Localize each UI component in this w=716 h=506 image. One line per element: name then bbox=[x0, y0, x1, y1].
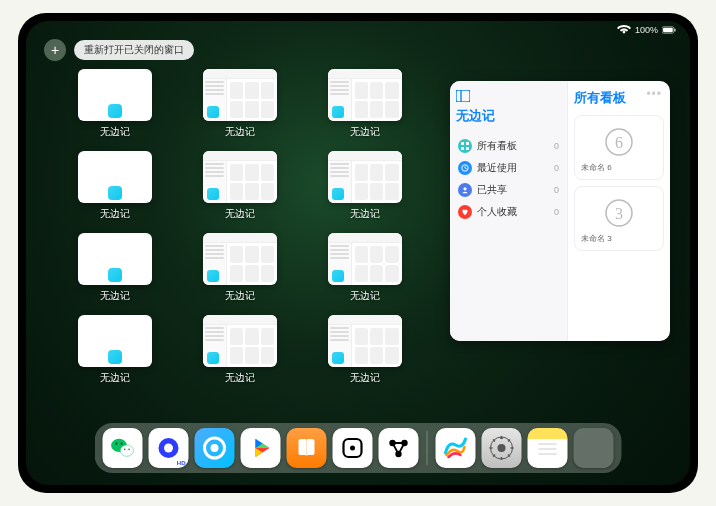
wifi-icon bbox=[617, 25, 631, 35]
window-label: 无边记 bbox=[100, 289, 130, 303]
svg-rect-7 bbox=[461, 147, 464, 150]
top-controls: + 重新打开已关闭的窗口 bbox=[44, 39, 194, 61]
window-thumbnail[interactable]: 无边记 bbox=[185, 315, 296, 385]
svg-point-19 bbox=[124, 448, 126, 450]
play-icon[interactable] bbox=[241, 428, 281, 468]
svg-point-22 bbox=[164, 444, 173, 453]
filter-item[interactable]: 最近使用0 bbox=[456, 157, 561, 179]
filter-count: 0 bbox=[554, 163, 559, 173]
svg-point-24 bbox=[211, 444, 219, 452]
board-card[interactable]: 3未命名 3 bbox=[574, 186, 664, 251]
svg-point-16 bbox=[120, 445, 133, 456]
filter-item[interactable]: 个人收藏0 bbox=[456, 201, 561, 223]
status-bar: 100% bbox=[617, 25, 676, 35]
notes-icon[interactable] bbox=[528, 428, 568, 468]
window-preview[interactable] bbox=[203, 315, 277, 367]
svg-rect-8 bbox=[466, 147, 469, 150]
window-thumbnail[interactable]: 无边记 bbox=[60, 315, 171, 385]
window-preview[interactable] bbox=[203, 151, 277, 203]
svg-point-20 bbox=[128, 448, 130, 450]
svg-text:3: 3 bbox=[615, 205, 623, 222]
window-preview[interactable] bbox=[78, 315, 152, 367]
window-preview[interactable] bbox=[203, 233, 277, 285]
window-thumbnail[interactable]: 无边记 bbox=[309, 151, 420, 221]
window-thumbnail[interactable]: 无边记 bbox=[309, 69, 420, 139]
content-pane: 所有看板 6未命名 63未命名 3 bbox=[568, 81, 670, 341]
window-thumbnail[interactable]: 无边记 bbox=[185, 69, 296, 139]
filter-count: 0 bbox=[554, 207, 559, 217]
filter-count: 0 bbox=[554, 141, 559, 151]
board-card[interactable]: 6未命名 6 bbox=[574, 115, 664, 180]
clock-icon bbox=[458, 161, 472, 175]
board-thumbnail: 3 bbox=[599, 193, 639, 233]
freeform-icon[interactable] bbox=[436, 428, 476, 468]
window-preview[interactable] bbox=[328, 151, 402, 203]
window-thumbnail[interactable]: 无边记 bbox=[60, 151, 171, 221]
app-library-icon[interactable] bbox=[574, 428, 614, 468]
sidebar-pane: 无边记 所有看板0最近使用0已共享0个人收藏0 bbox=[450, 81, 568, 341]
quark-icon[interactable]: HD bbox=[149, 428, 189, 468]
window-label: 无边记 bbox=[100, 371, 130, 385]
filter-label: 最近使用 bbox=[477, 161, 549, 175]
battery-icon bbox=[662, 25, 676, 35]
svg-text:6: 6 bbox=[615, 134, 623, 151]
window-preview[interactable] bbox=[78, 233, 152, 285]
window-thumbnail[interactable]: 无边记 bbox=[185, 233, 296, 303]
new-window-button[interactable]: + bbox=[44, 39, 66, 61]
person-icon bbox=[458, 183, 472, 197]
settings-icon[interactable] bbox=[482, 428, 522, 468]
screen: 100% + 重新打开已关闭的窗口 无边记无边记无边记无边记无边记无边记无边记无… bbox=[26, 21, 690, 485]
window-thumbnail[interactable]: 无边记 bbox=[309, 315, 420, 385]
svg-point-17 bbox=[115, 443, 117, 445]
connect-icon[interactable] bbox=[379, 428, 419, 468]
svg-rect-6 bbox=[466, 142, 469, 145]
window-label: 无边记 bbox=[100, 207, 130, 221]
window-thumbnail[interactable]: 无边记 bbox=[60, 233, 171, 303]
window-label: 无边记 bbox=[350, 207, 380, 221]
window-preview[interactable] bbox=[328, 315, 402, 367]
svg-rect-3 bbox=[456, 90, 470, 102]
svg-rect-2 bbox=[674, 28, 675, 31]
filter-label: 所有看板 bbox=[477, 139, 549, 153]
dock-separator bbox=[427, 431, 428, 465]
svg-point-10 bbox=[463, 187, 466, 190]
window-label: 无边记 bbox=[100, 125, 130, 139]
window-label: 无边记 bbox=[225, 289, 255, 303]
window-preview[interactable] bbox=[78, 69, 152, 121]
window-preview[interactable] bbox=[203, 69, 277, 121]
heart-icon bbox=[458, 205, 472, 219]
grid-icon bbox=[458, 139, 472, 153]
board-thumbnail: 6 bbox=[599, 122, 639, 162]
window-thumbnail[interactable]: 无边记 bbox=[60, 69, 171, 139]
window-label: 无边记 bbox=[350, 125, 380, 139]
window-thumbnail[interactable]: 无边记 bbox=[309, 233, 420, 303]
svg-point-26 bbox=[350, 446, 355, 451]
books-icon[interactable] bbox=[287, 428, 327, 468]
svg-rect-1 bbox=[663, 28, 673, 32]
filter-item[interactable]: 所有看板0 bbox=[456, 135, 561, 157]
qqbrowser-icon[interactable] bbox=[195, 428, 235, 468]
window-thumbnail[interactable]: 无边记 bbox=[185, 151, 296, 221]
filter-label: 已共享 bbox=[477, 183, 549, 197]
svg-point-18 bbox=[121, 443, 123, 445]
board-list: 6未命名 63未命名 3 bbox=[574, 115, 664, 257]
battery-text: 100% bbox=[635, 25, 658, 35]
window-label: 无边记 bbox=[350, 289, 380, 303]
sidebar-toggle-icon[interactable] bbox=[456, 89, 561, 105]
window-preview[interactable] bbox=[328, 69, 402, 121]
reopen-closed-window-button[interactable]: 重新打开已关闭的窗口 bbox=[74, 40, 194, 60]
more-icon[interactable]: ••• bbox=[646, 87, 662, 101]
window-label: 无边记 bbox=[225, 125, 255, 139]
window-label: 无边记 bbox=[350, 371, 380, 385]
window-label: 无边记 bbox=[225, 371, 255, 385]
window-preview[interactable] bbox=[328, 233, 402, 285]
filter-item[interactable]: 已共享0 bbox=[456, 179, 561, 201]
wechat-icon[interactable] bbox=[103, 428, 143, 468]
dice-icon[interactable] bbox=[333, 428, 373, 468]
slideover-app-window[interactable]: ••• 无边记 所有看板0最近使用0已共享0个人收藏0 所有看板 6未命名 63… bbox=[450, 81, 670, 341]
svg-rect-5 bbox=[461, 142, 464, 145]
board-label: 未命名 6 bbox=[581, 162, 612, 173]
window-label: 无边记 bbox=[225, 207, 255, 221]
filter-count: 0 bbox=[554, 185, 559, 195]
window-preview[interactable] bbox=[78, 151, 152, 203]
